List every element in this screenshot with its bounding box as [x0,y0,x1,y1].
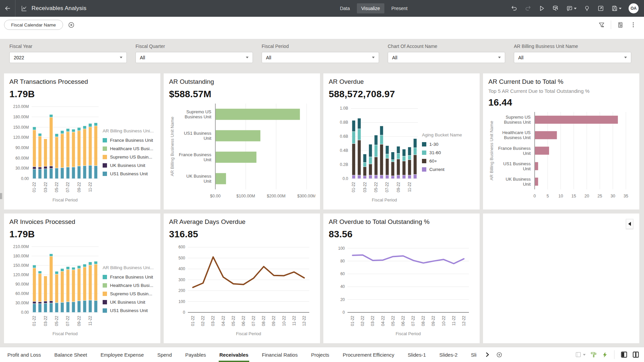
kebab-menu-button[interactable] [629,20,638,29]
left-resize-handle[interactable] [0,193,2,199]
legend-item-uk-business-unit[interactable]: UK Business Unit [103,163,156,168]
add-filter-button[interactable] [68,21,75,28]
expand-panel-tab[interactable] [626,219,633,229]
canvas-tab-spend[interactable]: Spend [157,347,172,362]
svg-text:France Business: France Business [179,152,211,157]
panel-toggle-right-button[interactable] [632,351,639,358]
chart-canvas[interactable]: 0.0030.00M60.00M90.00M120.00M150.00M180.… [9,101,101,207]
filter-select-fiscal-quarter[interactable]: All [136,52,253,63]
redo-button[interactable] [525,5,531,12]
svg-text:0.00: 0.00 [21,176,29,181]
filter-group-ar-billing-business-unit-name: AR Billing Business Unit NameAll [514,44,631,69]
legend-item-current[interactable]: Current [422,167,475,172]
canvas-tab-bar: Profit and LossBalance SheetEmployee Exp… [0,347,644,362]
canvas-layout-button[interactable] [575,351,586,358]
filter-bar-toggle-button[interactable] [597,20,606,30]
chart-canvas[interactable]: 05101520253035Supremo USBusiness UnitHea… [488,109,635,207]
svg-text:05-22: 05-22 [54,182,59,192]
export-button[interactable] [597,5,604,12]
svg-text:03-22: 03-22 [43,182,48,192]
canvas-tab-payables[interactable]: Payables [184,347,207,362]
mode-tab-visualize[interactable]: Visualize [357,3,384,13]
canvas-tab-procurement-efficiency[interactable]: Procurement Efficiency [342,347,395,362]
svg-text:12-22: 12-22 [462,316,466,326]
refresh-data-button[interactable] [552,5,559,12]
filter-select-fiscal-period[interactable]: All [262,52,379,63]
legend-label: US1 Business Unit [110,171,148,176]
panel-toggle-left-button[interactable] [621,351,628,358]
svg-text:03-22: 03-22 [211,316,215,326]
chart-row: 0.00.2B0.4B0.6B0.8B1.0B01-2203-2205-2207… [329,101,475,207]
chart-canvas[interactable]: 0.0030.00M60.00M90.00M120.00M150.00M180.… [9,241,101,341]
mode-tab-data[interactable]: Data [335,3,354,13]
chart-canvas[interactable]: $0.00$100.00M$200.00M$300.00MSupremo USB… [169,101,315,207]
canvas-tab-profit-and-loss[interactable]: Profit and Loss [7,347,42,362]
back-button[interactable] [0,0,15,17]
chart-canvas[interactable]: 0.00.2B0.4B0.6B0.8B1.0B01-2203-2205-2207… [329,101,421,207]
scroll-tabs-right-button[interactable] [485,352,490,357]
filter-select-chart-of-account-name[interactable]: All [388,52,505,63]
chart-canvas[interactable]: 010020030040050060001-2202-2203-2204-220… [169,241,315,341]
canvas-tabs: Profit and LossBalance SheetEmployee Exp… [7,347,477,362]
bottom-bar-divider [614,350,614,359]
svg-text:0.0: 0.0 [342,176,348,181]
chevron-down-icon [624,57,627,58]
legend-swatch [103,163,107,168]
legend-item-1-30[interactable]: 1-30 [422,142,475,147]
filter-pill-fiscal-calendar-name[interactable]: Fiscal Calendar Name [4,20,63,30]
canvas-settings-button[interactable] [615,20,625,30]
svg-text:09-22: 09-22 [396,182,401,192]
legend-item-us1-business-unit[interactable]: US1 Business Unit [103,308,156,313]
svg-text:07-22: 07-22 [65,316,70,326]
legend-item-france-business-unit[interactable]: France Business Unit [103,275,156,280]
legend-item-france-business-unit[interactable]: France Business Unit [103,138,156,143]
canvas-tab-employee-expense[interactable]: Employee Expense [100,347,145,362]
filter-select-fiscal-year[interactable]: 2022 [9,52,127,63]
legend-item-uk-business-unit[interactable]: UK Business Unit [103,300,156,305]
paint-roller-button[interactable] [590,351,597,358]
card-subtitle: Top 5 AR Current Due to Total Outstandin… [488,88,635,94]
filter-group-fiscal-period: Fiscal PeriodAll [262,44,379,69]
svg-text:0.6B: 0.6B [340,134,348,139]
card-ar-outstanding: AR Outstanding$588.57M$0.00$100.00M$200.… [164,73,320,209]
legend-label: 31-60 [429,150,441,155]
avatar[interactable]: OA [629,3,639,13]
svg-text:210.00M: 210.00M [13,244,29,249]
insights-button[interactable] [584,5,590,12]
legend-item-60[interactable]: 60+ [422,159,475,164]
chart-row: 0.0030.00M60.00M90.00M120.00M150.00M180.… [9,101,156,207]
legend-item-supremo-us-busin[interactable]: Supremo US Busin... [103,155,156,160]
legend-item-healthcare-us-busi[interactable]: Healthcare US Busi... [103,283,156,288]
filter-select-ar-billing-business-unit-name[interactable]: All [514,52,631,63]
comments-button[interactable] [566,5,577,12]
chart-area: $0.00$100.00M$200.00M$300.00MSupremo USB… [169,101,315,207]
legend-item-healthcare-us-busi[interactable]: Healthcare US Busi... [103,146,156,151]
canvas-tab-balance-sheet[interactable]: Balance Sheet [54,347,88,362]
add-canvas-button[interactable] [496,352,502,358]
canvas-tab-slides-2[interactable]: Slides-2 [439,347,458,362]
canvas-tab-receivables[interactable]: Receivables [219,347,249,362]
auto-apply-button[interactable] [602,352,608,358]
undo-button[interactable] [511,5,518,12]
workbook-toolbar: Fiscal Calendar Name [0,17,644,33]
canvas-tab-projects[interactable]: Projects [310,347,330,362]
comments-caret-icon [574,8,577,9]
legend-item-31-60[interactable]: 31-60 [422,150,475,155]
svg-text:0: 0 [342,310,345,315]
save-button[interactable] [611,5,622,12]
canvas-tab-financial-ratios[interactable]: Financial Ratios [261,347,299,362]
chart-canvas[interactable]: 02040608010001-2202-2203-2204-2205-2206-… [329,241,475,341]
legend-item-supremo-us-busin[interactable]: Supremo US Busin... [103,291,156,296]
canvas-tab-slides-1[interactable]: Slides-1 [407,347,427,362]
chart-row: 02040608010001-2202-2203-2204-2205-2206-… [329,241,475,341]
chart-area: 0.0030.00M60.00M90.00M120.00M150.00M180.… [9,101,101,207]
mode-tab-present[interactable]: Present [387,3,412,13]
canvas-layout-caret-icon [583,354,586,356]
canvas-tab-sli[interactable]: Sli [470,347,477,362]
svg-text:Supremo US: Supremo US [506,115,531,120]
run-button[interactable] [538,5,545,12]
legend-item-us1-business-unit[interactable]: US1 Business Unit [103,171,156,176]
canvas-tab-nav [485,347,502,362]
svg-text:Unit: Unit [204,136,212,141]
workbook-chart-icon [21,5,28,12]
